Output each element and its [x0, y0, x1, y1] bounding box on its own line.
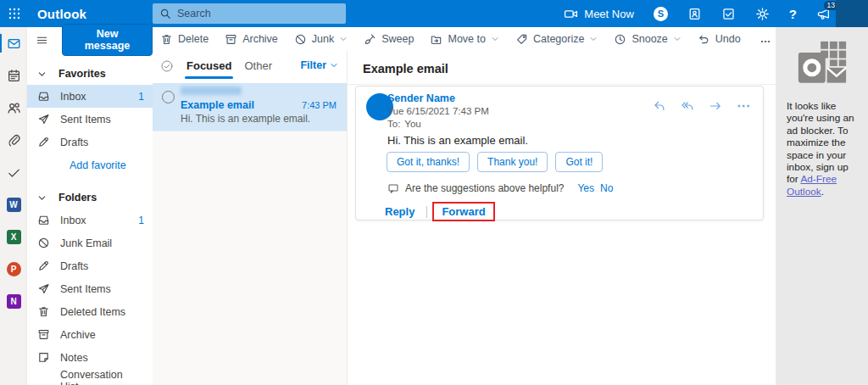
tool-label: Snooze [632, 33, 667, 45]
skype-button[interactable]: S [654, 7, 668, 21]
settings-button[interactable] [755, 7, 770, 21]
suggested-reply-button[interactable]: Got it! [555, 152, 603, 172]
my-day-button[interactable] [687, 7, 702, 21]
undo-button[interactable]: Undo [698, 33, 741, 46]
pencil-icon [37, 136, 50, 148]
recipient-line: To:You [387, 119, 421, 129]
tool-label: Move to [448, 33, 485, 45]
reply-button[interactable]: Reply [385, 203, 421, 220]
respond-row: Reply Forward [385, 202, 495, 221]
search-box[interactable] [153, 3, 346, 24]
sidebar-item-archive[interactable]: Archive [27, 323, 153, 346]
tab-other[interactable]: Other [244, 59, 272, 79]
rail-calendar-button[interactable] [0, 59, 27, 92]
folder-sidebar: New message Favorites Inbox 1 Sent Items… [27, 27, 153, 385]
inbox-icon [37, 90, 50, 103]
rail-todo-button[interactable] [0, 156, 27, 188]
search-input[interactable] [177, 8, 330, 20]
unread-count-badge: 1 [138, 91, 144, 103]
sidebar-item-sent[interactable]: Sent Items [27, 277, 153, 300]
tab-focused[interactable]: Focused [186, 59, 231, 79]
blurred-sender-name [181, 86, 242, 95]
inbox-icon [37, 214, 50, 226]
subject-row: Example email [348, 51, 776, 85]
categorize-button[interactable]: Categorize [515, 33, 598, 46]
undo-icon [698, 33, 710, 46]
sidebar-item-notes[interactable]: Notes [27, 346, 153, 369]
to-value[interactable]: You [404, 119, 420, 129]
sidebar-item-label: Conversation Hist... [60, 369, 153, 385]
filter-label: Filter [300, 59, 326, 71]
filter-button[interactable]: Filter [300, 59, 338, 71]
rail-attachments-button[interactable] [0, 124, 27, 156]
sidebar-item-deleted[interactable]: Deleted Items [27, 300, 153, 323]
chevron-down-icon [37, 193, 47, 203]
email-item-time: 7:43 PM [302, 100, 337, 110]
hamburger-menu-icon[interactable] [36, 34, 53, 47]
sidebar-item-inbox[interactable]: Inbox 1 [27, 209, 153, 232]
sidebar-item-label: Sent Items [60, 114, 111, 126]
sender-name[interactable]: Sender Name [387, 92, 455, 104]
app-launcher-icon[interactable] [0, 0, 29, 27]
sidebar-item-inbox-favorite[interactable]: Inbox 1 [27, 85, 153, 108]
suggested-reply-button[interactable]: Got it, thanks! [387, 152, 470, 172]
junk-button[interactable]: Junk [294, 33, 348, 46]
archive-icon [225, 33, 237, 46]
feedback-button[interactable]: 13 [816, 7, 831, 21]
sidebar-item-sent-favorite[interactable]: Sent Items [27, 108, 153, 131]
sidebar-item-drafts-favorite[interactable]: Drafts [27, 131, 153, 153]
rail-onenote-button[interactable]: N [0, 285, 27, 317]
new-message-button[interactable]: New message [62, 24, 153, 56]
block-icon [294, 33, 307, 46]
sidebar-item-drafts[interactable]: Drafts [27, 254, 153, 277]
ad-text-after: . [821, 186, 824, 198]
tag-icon [515, 33, 528, 46]
reply-all-icon[interactable] [681, 99, 694, 113]
rail-people-button[interactable] [0, 92, 27, 124]
forward-icon[interactable] [709, 99, 722, 113]
broom-icon [364, 33, 376, 46]
sweep-button[interactable]: Sweep [364, 33, 414, 46]
sidebar-item-junk[interactable]: Junk Email [27, 232, 153, 254]
snooze-button[interactable]: Snooze [614, 33, 681, 46]
ad-blocker-panel: It looks like you're using an ad blocker… [776, 27, 868, 385]
rail-excel-button[interactable]: X [0, 220, 27, 253]
select-all-icon[interactable] [160, 59, 174, 73]
send-icon [37, 113, 50, 126]
rail-powerpoint-button[interactable]: P [0, 253, 27, 285]
account-button[interactable] [836, 0, 868, 27]
email-list-item[interactable]: Example email 7:43 PM Hi. This is an exa… [153, 83, 347, 131]
delete-button[interactable]: Delete [160, 33, 209, 46]
more-actions-icon[interactable]: ⋯ [737, 98, 751, 114]
block-icon [37, 237, 50, 249]
gear-icon [755, 7, 770, 21]
favorites-section-header[interactable]: Favorites [27, 63, 153, 85]
reading-pane: Example email Sender Name Tue 6/15/2021 … [348, 51, 776, 385]
feedback-yes-link[interactable]: Yes [577, 182, 594, 194]
folders-label: Folders [58, 192, 97, 204]
rail-word-button[interactable]: W [0, 188, 27, 220]
meet-now-button[interactable]: Meet Now [564, 7, 634, 21]
contact-feed-icon [687, 7, 702, 21]
select-message-radio[interactable] [162, 91, 175, 103]
forward-button-highlighted[interactable]: Forward [432, 202, 494, 221]
move-to-button[interactable]: Move to [430, 33, 498, 46]
tool-label: Categorize [533, 33, 584, 45]
skype-icon: S [654, 7, 668, 21]
sidebar-item-label: Deleted Items [60, 306, 125, 318]
archive-button[interactable]: Archive [225, 33, 278, 46]
feedback-no-link[interactable]: No [600, 182, 613, 194]
word-icon: W [7, 198, 21, 212]
suggested-reply-button[interactable]: Thank you! [477, 152, 548, 172]
help-icon: ? [789, 7, 797, 21]
more-commands-button[interactable]: … [760, 33, 772, 45]
reply-icon[interactable] [653, 99, 666, 113]
add-favorite-link[interactable]: Add favorite [27, 153, 153, 176]
folders-section-header[interactable]: Folders [27, 187, 153, 209]
feedback-question: Are the suggestions above helpful? [405, 182, 564, 194]
help-button[interactable]: ? [789, 7, 797, 21]
sidebar-item-conversation-history[interactable]: Conversation Hist... [27, 369, 153, 385]
todo-button[interactable] [721, 7, 736, 21]
rail-mail-button[interactable] [0, 27, 27, 59]
sidebar-item-label: Inbox [60, 91, 86, 103]
